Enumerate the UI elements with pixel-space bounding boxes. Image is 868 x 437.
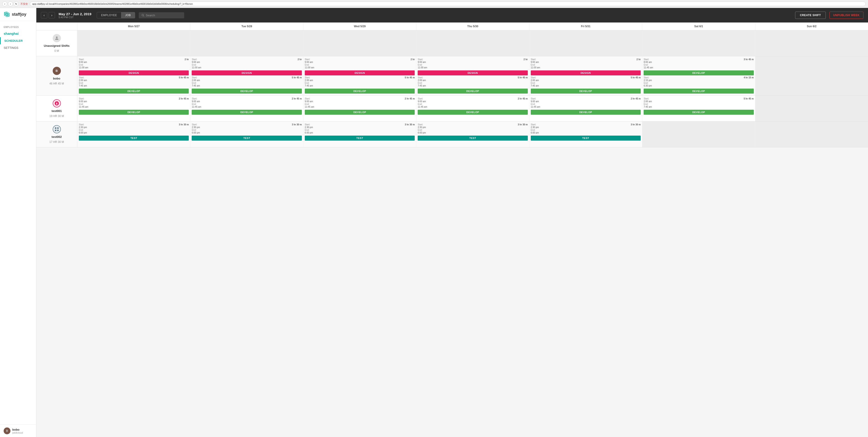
view-employee-btn[interactable]: EMPLOYEE [97, 12, 121, 18]
shift-label-design-4-0[interactable]: DESIGN [531, 70, 641, 75]
day-cell-test001-2: Start:9:00 amEnd:11:45 am2 hr 45 mDEVELO… [303, 96, 416, 121]
svg-point-3 [142, 14, 144, 16]
shift-duration-test002-0-0: 3 hr 30 m [179, 123, 189, 134]
shift-info-bobo-2-0: Start:9:00 amEnd:11:00 am2 hr [305, 58, 415, 69]
day-cell-test002-5 [642, 122, 755, 147]
shift-label-develop-1-0[interactable]: DEVELOP [192, 110, 302, 115]
browser-nav[interactable]: ‹ › ↻ [2, 1, 19, 6]
shift-duration-test002-1-0: 3 hr 30 m [292, 123, 302, 134]
search-input[interactable] [146, 13, 182, 17]
footer-sub: jskillcloud [12, 431, 23, 434]
shift-end-val: 6:00 pm [305, 131, 313, 134]
day-cell-unassigned-1 [190, 30, 303, 56]
shift-label-develop-3-0[interactable]: DEVELOP [417, 110, 528, 115]
team-name[interactable]: shanghai [0, 30, 36, 37]
employee-hours-test002: 17 HR 30 M [49, 141, 64, 144]
top-header: ‹ › May 27 - Jun 2, 2019 5:43 PM CST EMP… [36, 8, 868, 23]
url-bar[interactable]: app.staffjoy-v2.local/#/companies/402881… [30, 2, 866, 6]
shift-start-label: Start: [79, 123, 87, 126]
shift-label-develop-1-1[interactable]: DEVELOP [192, 89, 302, 94]
shift-end-label: End: [79, 103, 88, 105]
shift-label-develop-2-1[interactable]: DEVELOP [305, 89, 415, 94]
view-job-btn[interactable]: JOB [121, 12, 135, 18]
employee-info-unassigned: Unassigned Shifts0 M [36, 30, 77, 56]
day-cell-unassigned-2 [303, 30, 416, 56]
shift-label-develop-0-0[interactable]: DEVELOP [79, 110, 189, 115]
shift-info-test002-3-0: Start:2:30 pmEnd:6:00 pm3 hr 30 m [417, 123, 528, 134]
day-cell-test001-6 [755, 96, 868, 121]
shift-end-label: End: [644, 82, 652, 84]
shift-label-design-0-0[interactable]: DESIGN [79, 70, 189, 75]
week-nav: ‹ › [41, 12, 55, 19]
employees-section-label: EMPLOYEES [0, 25, 36, 30]
shift-start-val: 2:00 am [305, 79, 313, 82]
cal-day-tue: Tue 5/28 [190, 23, 303, 30]
shift-start-val: 2:00 am [79, 79, 87, 82]
shift-start-label: Start: [531, 97, 540, 100]
shift-start-val: 2:30 pm [305, 126, 313, 129]
shift-info-bobo-3-0: Start:9:00 amEnd:11:00 am2 hr [417, 58, 528, 69]
day-cell-bobo-1: Start:9:00 amEnd:11:00 am2 hrDESIGNStart… [190, 56, 303, 95]
shift-label-develop-4-1[interactable]: DEVELOP [531, 89, 641, 94]
shift-start-label: Start: [531, 58, 540, 61]
shift-info-bobo-5-0: Start:8:00 amEnd:11:45 am3 hr 45 m [644, 58, 753, 69]
unpublish-button[interactable]: UNPUBLISH WEEK [829, 11, 864, 19]
shift-start-val: 9:00 am [192, 61, 201, 63]
sidebar-item-settings[interactable]: SETTINGS [0, 44, 36, 51]
shift-label-design-1-0[interactable]: DESIGN [192, 70, 302, 75]
shift-end-label: End: [417, 82, 426, 84]
shift-label-develop-5-1[interactable]: DEVELOP [644, 89, 753, 94]
shift-label-design-3-0[interactable]: DESIGN [417, 70, 528, 75]
shift-start-label: Start: [192, 76, 200, 79]
employee-hours-unassigned: 0 M [54, 49, 59, 53]
cal-day-sun: Sun 6/2 [755, 23, 868, 30]
cal-day-thu: Thu 5/30 [416, 23, 529, 30]
shift-end-val: 7:45 am [305, 85, 313, 87]
shift-duration-bobo-2-1: 5 hr 45 m [405, 76, 415, 87]
shift-label-develop-5-0[interactable]: DEVELOP [644, 110, 753, 115]
shift-end-label: End: [531, 129, 539, 131]
forward-btn[interactable]: › [8, 1, 13, 6]
shift-label-develop-4-0[interactable]: DEVELOP [531, 110, 641, 115]
shift-end-label: End: [417, 103, 427, 105]
shift-start-label: Start: [417, 123, 426, 126]
shift-end-label: End: [305, 82, 313, 84]
shift-info-bobo-2-1: Start:2:00 amEnd:7:45 am5 hr 45 m [305, 76, 415, 87]
shift-label-design-2-0[interactable]: DESIGN [305, 70, 415, 75]
calendar: Mon 5/27 Tue 5/28 Wed 5/29 Thu 5/30 Fri … [36, 23, 868, 437]
shift-label-test-4-0[interactable]: TEST [531, 135, 641, 141]
shift-label-test-0-0[interactable]: TEST [79, 135, 189, 141]
shift-start-val: 2:30 pm [531, 126, 539, 129]
staffjoy-logo-icon: S [4, 11, 10, 18]
shift-duration-bobo-1-1: 5 hr 45 m [292, 76, 302, 87]
shift-start-label: Start: [305, 76, 313, 79]
next-week-btn[interactable]: › [49, 12, 55, 19]
reload-btn[interactable]: ↻ [13, 1, 19, 6]
search-icon [142, 13, 145, 17]
day-cell-unassigned-4 [529, 30, 642, 56]
shift-label-test-1-0[interactable]: TEST [192, 135, 302, 141]
shift-label-develop-2-0[interactable]: DEVELOP [305, 110, 415, 115]
shift-label-test-3-0[interactable]: TEST [417, 135, 528, 141]
employee-avatar-bobo: B [53, 67, 61, 75]
shift-start-val: 2:30 pm [417, 126, 426, 129]
prev-week-btn[interactable]: ‹ [41, 12, 47, 19]
shift-info-test001-4-0: Start:9:00 amEnd:11:45 am2 hr 45 m [531, 97, 641, 108]
shift-label-test-2-0[interactable]: TEST [305, 135, 415, 141]
shift-label-develop-5-0[interactable]: DEVELOP [644, 70, 753, 75]
shift-info-test001-2-0: Start:9:00 amEnd:11:45 am2 hr 45 m [305, 97, 415, 108]
shift-end-val: 6:00 pm [531, 131, 539, 134]
day-cell-unassigned-6 [755, 30, 868, 56]
create-shift-button[interactable]: CREATE SHIFT [795, 11, 826, 19]
svg-rect-6 [55, 127, 56, 129]
shift-start-label: Start: [417, 97, 427, 100]
shift-info-bobo-4-0: Start:9:00 amEnd:11:00 am2 hr [531, 58, 641, 69]
shift-end-val: 7:45 am [79, 85, 87, 87]
sidebar-item-scheduler[interactable]: SCHEDULER [0, 37, 36, 44]
shift-label-develop-3-1[interactable]: DEVELOP [417, 89, 528, 94]
shift-duration-bobo-0-0: 2 hr [185, 58, 189, 69]
employee-info-test002: test00217 HR 30 M [36, 122, 77, 147]
back-btn[interactable]: ‹ [2, 1, 7, 6]
shift-end-label: End: [531, 64, 540, 66]
shift-label-develop-0-1[interactable]: DEVELOP [79, 89, 189, 94]
